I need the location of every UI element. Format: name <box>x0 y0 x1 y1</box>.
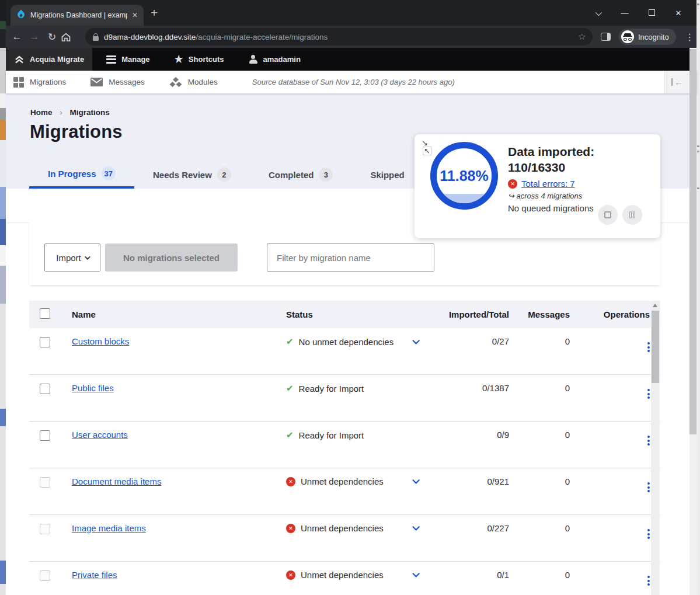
imported-total: 0/921 <box>434 468 513 486</box>
nav-item-migrations[interactable]: Migrations <box>6 77 74 88</box>
stop-button[interactable] <box>598 205 618 225</box>
star-icon: ★ <box>175 53 183 65</box>
toolbar-item-shortcuts[interactable]: ★ Shortcuts <box>166 48 232 71</box>
lock-icon <box>92 33 99 41</box>
incognito-label: Incognito <box>638 33 669 41</box>
strip-segment <box>0 140 6 187</box>
side-panel-icon[interactable] <box>601 33 611 41</box>
operations-kebab-icon[interactable] <box>647 436 650 446</box>
url-bar[interactable]: d9ama-ddevblog.ddev.site/acquia-migrate-… <box>85 28 593 46</box>
migration-link[interactable]: User accounts <box>72 430 128 440</box>
url-text[interactable]: d9ama-ddevblog.ddev.site/acquia-migrate-… <box>104 33 573 41</box>
migration-link[interactable]: Public files <box>72 383 114 393</box>
toolbar-item-user[interactable]: amadamin <box>241 48 309 71</box>
status-chevron-icon[interactable] <box>412 523 420 531</box>
header-status: Status <box>276 309 434 319</box>
row-checkbox[interactable] <box>40 430 50 441</box>
status-chevron-icon[interactable] <box>412 337 420 345</box>
table-scrollbar-thumb[interactable] <box>652 311 659 383</box>
strip-segment <box>0 245 6 266</box>
browser-window: Migrations Dashboard | example ✕ + — ✕ ←… <box>6 0 696 595</box>
migration-link[interactable]: Document media items <box>72 476 161 486</box>
window-maximize-button[interactable] <box>638 9 665 18</box>
progress-percent: 11.88% <box>437 168 492 185</box>
import-dropdown-button[interactable]: Import <box>44 243 100 272</box>
bookmark-star-icon[interactable]: ☆ <box>578 32 586 42</box>
page-scrollbar[interactable] <box>689 48 696 595</box>
check-icon: ✔ <box>286 383 294 394</box>
operations-kebab-icon[interactable] <box>647 576 650 586</box>
tab-count-badge: 37 <box>102 166 116 180</box>
tab-label: Needs Review <box>153 170 212 180</box>
queued-migrations-note: No queued migrations <box>508 203 594 213</box>
status-chevron-icon[interactable] <box>412 476 420 484</box>
header-name: Name <box>62 309 276 319</box>
strip-mark <box>697 4 699 5</box>
nav-item-messages[interactable]: Messages <box>83 78 152 86</box>
row-checkbox[interactable] <box>40 337 50 347</box>
row-checkbox-disabled <box>40 570 50 581</box>
tab-close-icon[interactable]: ✕ <box>132 11 138 19</box>
select-all-checkbox[interactable] <box>40 308 50 319</box>
bulk-action-button[interactable]: No migrations selected <box>105 243 238 272</box>
strip-segment <box>0 266 6 304</box>
browser-menu-icon[interactable]: ⋮ <box>683 32 696 43</box>
modules-icon <box>169 77 182 88</box>
arrow-in-icon: ↖ <box>423 147 431 155</box>
table-scrollbar[interactable] <box>651 301 660 595</box>
status-tabs: In Progress 37 Needs Review 2 Completed … <box>29 161 423 189</box>
operations-kebab-icon[interactable] <box>647 529 650 539</box>
operations-kebab-icon[interactable] <box>647 342 650 352</box>
browser-tab[interactable]: Migrations Dashboard | example ✕ <box>11 5 144 26</box>
row-checkbox[interactable] <box>40 384 50 394</box>
browser-navbar: ← → ↻ d9ama-ddevblog.ddev.site/acquia-mi… <box>6 26 696 48</box>
status-text: No unmet dependencies <box>299 337 394 347</box>
reload-button[interactable]: ↻ <box>43 31 61 43</box>
nav-item-modules[interactable]: Modules <box>162 77 225 88</box>
table-row: Public files ✔ Ready for Import 0/1387 0 <box>29 375 660 422</box>
tab-skipped[interactable]: Skipped <box>351 161 423 189</box>
progress-card-text: Data imported: 110/16330 ✕ Total errors:… <box>508 144 594 213</box>
migration-link[interactable]: Custom blocks <box>72 336 129 346</box>
status-text: Unmet dependencies <box>301 570 384 580</box>
pause-button[interactable] <box>622 205 642 225</box>
pause-icon <box>629 211 635 218</box>
tab-needs-review[interactable]: Needs Review 2 <box>134 161 250 189</box>
scroll-up-arrow[interactable] <box>653 304 657 307</box>
strip-mark <box>697 151 699 152</box>
nav-item-label: Migrations <box>30 78 66 86</box>
home-button[interactable] <box>61 32 78 42</box>
tab-count-badge: 2 <box>217 168 231 182</box>
incognito-badge: Incognito <box>619 29 676 45</box>
resize-handle-icon[interactable]: ↘ ↖ <box>422 139 431 155</box>
arrow-out-icon: ↘ <box>422 138 428 147</box>
toolbar-item-label: amadamin <box>263 55 301 64</box>
strip-segment <box>0 409 6 426</box>
forward-button[interactable]: → <box>26 31 43 43</box>
operations-kebab-icon[interactable] <box>647 389 650 399</box>
toolbar-item-acquia-migrate[interactable]: Acquia Migrate <box>6 48 92 71</box>
window-close-button[interactable]: ✕ <box>665 9 692 18</box>
breadcrumb-home-link[interactable]: Home <box>30 108 53 117</box>
total-errors-link[interactable]: Total errors: 7 <box>521 179 575 189</box>
messages-count: 0 <box>513 422 572 440</box>
page-scrollbar-thumb[interactable] <box>689 49 696 434</box>
status-chevron-icon[interactable] <box>412 570 420 577</box>
tab-title: Migrations Dashboard | example <box>30 11 127 19</box>
filter-input[interactable] <box>267 243 434 272</box>
window-minimize-button[interactable]: — <box>611 9 638 18</box>
tab-in-progress[interactable]: In Progress 37 <box>29 161 134 189</box>
toolbar-collapse-button[interactable]: ← <box>664 71 689 93</box>
migration-link[interactable]: Private files <box>72 570 117 580</box>
header-imported: Imported/Total <box>434 309 513 319</box>
window-chevron-button[interactable] <box>584 9 611 18</box>
toolbar-item-manage[interactable]: Manage <box>98 48 158 71</box>
drupal-admin-toolbar: Acquia Migrate Manage ★ Shortcuts amadam… <box>6 48 696 71</box>
strip-segment <box>0 304 6 409</box>
migration-link[interactable]: Image media items <box>72 523 146 533</box>
breadcrumb-current: Migrations <box>70 108 110 117</box>
tab-completed[interactable]: Completed 3 <box>250 161 352 189</box>
back-button[interactable]: ← <box>8 31 26 43</box>
operations-kebab-icon[interactable] <box>647 482 650 492</box>
new-tab-button[interactable]: + <box>151 6 158 20</box>
